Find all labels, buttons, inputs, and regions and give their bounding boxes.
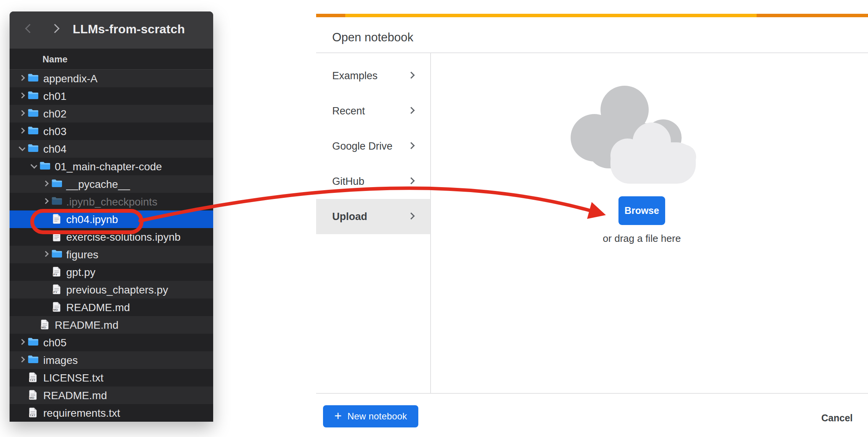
open-notebook-dialog: Open notebook ExamplesRecentGoogle Drive… xyxy=(316,0,868,437)
folder-icon xyxy=(28,73,39,82)
finder-file-tree: appendix-Ach01ch02ch03ch0401_main-chapte… xyxy=(10,70,213,422)
chevron-right-icon xyxy=(409,214,414,218)
folder-icon-wrap xyxy=(51,249,62,258)
browse-button[interactable]: Browse xyxy=(618,196,665,225)
file-type-badge: TXT xyxy=(29,378,36,382)
folder-icon-wrap xyxy=(28,90,39,99)
tree-row-appendix-a[interactable]: appendix-A xyxy=(10,70,213,87)
tree-row-ch03[interactable]: ch03 xyxy=(10,122,213,140)
new-notebook-label: New notebook xyxy=(348,411,407,422)
tree-row-license-txt[interactable]: TXTLICENSE.txt xyxy=(10,369,213,386)
column-header-name: Name xyxy=(42,54,67,65)
tree-row-ch04[interactable]: ch04 xyxy=(10,140,213,158)
finder-titlebar: LLMs-from-scratch xyxy=(10,11,213,49)
tree-row-previous-chapters-py[interactable]: PYprevious_chapters.py xyxy=(10,281,213,298)
chevron-right-icon[interactable] xyxy=(44,199,48,203)
tree-row-label: ch01 xyxy=(43,90,67,103)
tree-row-requirements-txt[interactable]: TXTrequirements.txt xyxy=(10,404,213,422)
tree-row-ch04-ipynb[interactable]: ch04.ipynb xyxy=(10,210,213,228)
tree-row-ch05[interactable]: ch05 xyxy=(10,334,213,351)
file-type-badge: PY xyxy=(53,273,58,276)
divider xyxy=(430,53,431,393)
chevron-down-icon[interactable] xyxy=(32,164,36,168)
folder-icon-wrap xyxy=(28,126,39,135)
chevron-right-icon[interactable] xyxy=(44,181,48,186)
tree-row-figures[interactable]: figures xyxy=(10,246,213,263)
document-icon xyxy=(52,231,61,242)
tree-row-readme-md[interactable]: MDREADME.md xyxy=(10,386,213,404)
tree-row--pycache-[interactable]: __pycache__ xyxy=(10,175,213,193)
menu-item-google-drive[interactable]: Google Drive xyxy=(316,129,430,164)
tree-row-readme-md[interactable]: MDREADME.md xyxy=(10,316,213,334)
file-icon-wrap: PY xyxy=(52,266,61,277)
tree-row-label: appendix-A xyxy=(43,73,98,85)
tree-row-label: __pycache__ xyxy=(66,178,130,191)
chevron-right-icon xyxy=(409,178,414,183)
tree-row-label: images xyxy=(43,354,78,367)
tree-row-label: ch04.ipynb xyxy=(66,214,118,226)
tree-row-label: ch02 xyxy=(43,108,67,120)
menu-item-label: Examples xyxy=(332,70,378,82)
chevron-right-icon[interactable] xyxy=(20,76,24,80)
document-icon xyxy=(52,214,61,224)
source-menu: ExamplesRecentGoogle DriveGitHubUpload xyxy=(316,58,430,234)
divider xyxy=(316,393,868,394)
file-type-badge: MD xyxy=(41,326,47,329)
back-chevron-icon[interactable] xyxy=(26,25,33,32)
folder-icon xyxy=(51,196,62,205)
file-icon-wrap: MD xyxy=(41,319,49,330)
tree-row-readme-md[interactable]: MDREADME.md xyxy=(10,298,213,316)
dialog-title: Open notebook xyxy=(332,31,413,44)
chevron-right-icon[interactable] xyxy=(20,357,24,362)
tree-row-exercise-solutions-ipynb[interactable]: exercise-solutions.ipynb xyxy=(10,228,213,246)
file-icon-wrap: TXT xyxy=(29,372,37,383)
folder-icon xyxy=(28,90,39,99)
file-type-badge: MD xyxy=(53,308,59,311)
tree-row-ch02[interactable]: ch02 xyxy=(10,105,213,122)
file-type-badge: MD xyxy=(29,396,35,399)
tree-row-label: exercise-solutions.ipynb xyxy=(66,231,181,243)
plus-icon: + xyxy=(334,409,341,422)
tree-row-01-main-chapter-code[interactable]: 01_main-chapter-code xyxy=(10,158,213,175)
menu-item-recent[interactable]: Recent xyxy=(316,93,430,129)
forward-chevron-icon[interactable] xyxy=(52,25,58,32)
folder-icon xyxy=(28,337,39,346)
file-icon-wrap: TXT xyxy=(29,407,37,418)
folder-icon xyxy=(28,126,39,135)
loading-bar-segment xyxy=(316,14,345,17)
tree-row-ch01[interactable]: ch01 xyxy=(10,87,213,105)
menu-item-examples[interactable]: Examples xyxy=(316,58,430,93)
menu-item-github[interactable]: GitHub xyxy=(316,164,430,199)
drag-file-hint: or drag a file here xyxy=(584,233,699,245)
loading-bar-segment xyxy=(345,14,757,17)
chevron-down-icon[interactable] xyxy=(20,146,24,150)
tree-row-label: requirements.txt xyxy=(43,407,120,419)
folder-icon-wrap xyxy=(39,161,51,170)
menu-item-upload[interactable]: Upload xyxy=(316,199,430,234)
cancel-button[interactable]: Cancel xyxy=(817,409,857,427)
chevron-right-icon[interactable] xyxy=(20,111,24,115)
chevron-right-icon[interactable] xyxy=(44,252,48,256)
finder-column-header[interactable]: Name xyxy=(10,49,213,70)
tree-row-label: previous_chapters.py xyxy=(66,284,168,296)
folder-icon-wrap xyxy=(51,196,62,205)
tree-row--ipynb-checkpoints[interactable]: .ipynb_checkpoints xyxy=(10,193,213,210)
tree-row-label: .ipynb_checkpoints xyxy=(66,196,157,208)
chevron-right-icon[interactable] xyxy=(20,129,24,133)
folder-icon-wrap xyxy=(28,73,39,82)
chevron-right-icon[interactable] xyxy=(20,340,24,344)
tree-row-images[interactable]: images xyxy=(10,351,213,369)
folder-icon-wrap xyxy=(51,178,62,188)
folder-icon xyxy=(28,108,39,117)
divider xyxy=(316,52,868,53)
file-icon-wrap xyxy=(52,231,61,242)
folder-icon-wrap xyxy=(28,354,39,364)
chevron-right-icon[interactable] xyxy=(20,93,24,98)
tree-row-gpt-py[interactable]: PYgpt.py xyxy=(10,263,213,281)
tree-row-label: 01_main-chapter-code xyxy=(55,161,162,173)
finder-window: LLMs-from-scratch Name appendix-Ach01ch0… xyxy=(10,11,213,422)
menu-item-label: Upload xyxy=(332,211,367,223)
tree-row-label: gpt.py xyxy=(66,266,95,279)
file-icon-wrap: MD xyxy=(52,302,61,312)
new-notebook-button[interactable]: + New notebook xyxy=(323,405,418,427)
